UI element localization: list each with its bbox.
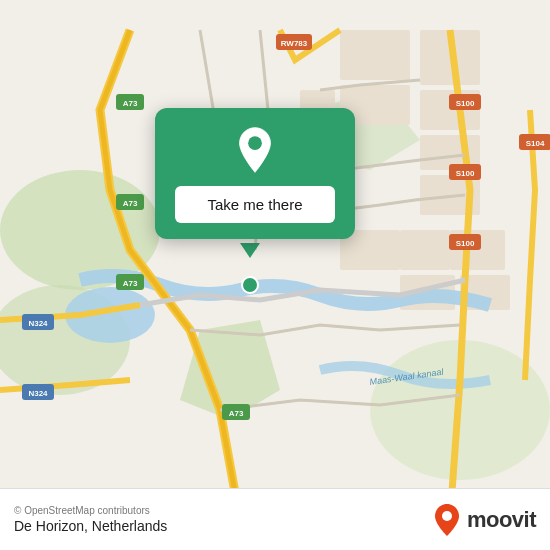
svg-point-43 [242,277,258,293]
svg-rect-13 [400,230,450,270]
bottom-left-info: © OpenStreetMap contributors De Horizon,… [14,505,167,534]
svg-text:A73: A73 [123,199,138,208]
svg-text:A73: A73 [229,409,244,418]
map-svg: A73 A73 A73 A73 S100 S100 S100 S104 N324… [0,0,550,550]
take-me-there-button[interactable]: Take me there [175,186,335,223]
map-container: A73 A73 A73 A73 S100 S100 S100 S104 N324… [0,0,550,550]
moovit-text: moovit [467,507,536,533]
location-pin-icon [231,126,279,174]
svg-text:A73: A73 [123,99,138,108]
svg-rect-6 [340,30,410,80]
moovit-logo: moovit [433,503,536,537]
svg-point-45 [248,136,262,150]
svg-point-46 [442,511,452,521]
svg-text:RW783: RW783 [281,39,308,48]
moovit-pin-icon [433,503,461,537]
svg-text:S104: S104 [526,139,545,148]
bottom-bar: © OpenStreetMap contributors De Horizon,… [0,488,550,550]
location-name: De Horizon, Netherlands [14,518,167,534]
svg-text:S100: S100 [456,99,475,108]
popup-card: Take me there [155,108,355,239]
svg-text:A73: A73 [123,279,138,288]
svg-text:N324: N324 [28,319,48,328]
copyright-text: © OpenStreetMap contributors [14,505,167,516]
svg-text:N324: N324 [28,389,48,398]
svg-text:S100: S100 [456,169,475,178]
svg-text:S100: S100 [456,239,475,248]
